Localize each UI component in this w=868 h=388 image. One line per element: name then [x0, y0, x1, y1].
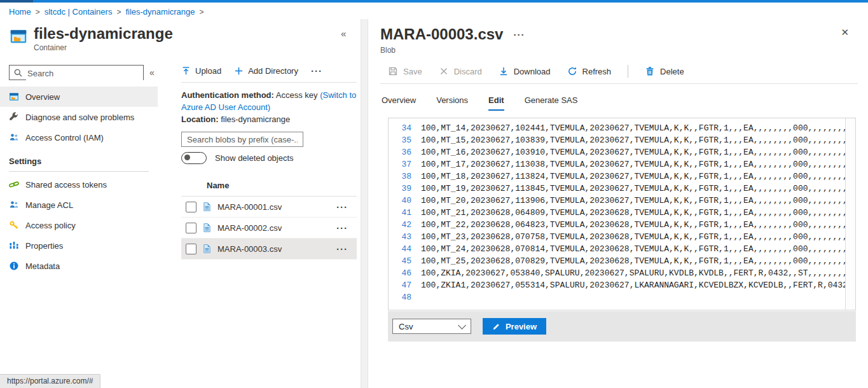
editor-scrollbar[interactable] — [845, 118, 855, 310]
show-deleted-row: Show deleted objects — [181, 152, 357, 164]
sidebar-item-access-policy[interactable]: Access policy — [0, 215, 158, 235]
format-select[interactable]: Csv — [392, 319, 471, 334]
download-button[interactable]: Download — [499, 66, 551, 76]
trash-icon — [645, 66, 655, 76]
chevron-right-icon: > — [31, 8, 45, 17]
tab-overview[interactable]: Overview — [382, 95, 416, 111]
show-deleted-toggle[interactable] — [181, 152, 207, 164]
refresh-button[interactable]: Refresh — [567, 66, 612, 76]
editor-line[interactable]: 35 100,MT_15,20230627,103839,TVEMULA,202… — [389, 134, 855, 146]
file-name: MARA-00003.csv — [217, 244, 331, 254]
line-number: 44 — [389, 243, 421, 255]
editor-line[interactable]: 47 100,ZKIA1,20230627,055314,SPALURU,202… — [389, 279, 855, 291]
blob-prefix-search-input[interactable] — [181, 132, 303, 147]
sidebar-item-label: Diagnose and solve problems — [25, 113, 134, 122]
collapse-blade-icon[interactable]: « — [341, 28, 346, 39]
breadcrumb-home[interactable]: Home — [9, 7, 31, 17]
tab-versions[interactable]: Versions — [436, 95, 468, 111]
editor-line[interactable]: 45 100,MT_25,20230628,070829,TVEMULA,202… — [389, 255, 855, 267]
line-text: 100,MT_23,20230628,070758,TVEMULA,202306… — [421, 231, 853, 243]
close-icon[interactable]: ✕ — [841, 27, 849, 38]
line-text: 100,MT_24,20230628,070814,TVEMULA,202306… — [421, 243, 853, 255]
editor-lines: 34 100,MT_14,20230627,102441,TVEMULA,202… — [389, 118, 855, 303]
file-checkbox[interactable] — [186, 244, 196, 254]
file-checkbox[interactable] — [186, 223, 196, 233]
file-row[interactable]: MARA-00002.csv — [181, 218, 357, 239]
delete-label: Delete — [660, 67, 684, 76]
upload-icon — [181, 66, 191, 76]
editor-line[interactable]: 48 — [389, 291, 855, 303]
line-number: 37 — [389, 158, 421, 170]
show-deleted-label: Show deleted objects — [215, 153, 294, 163]
editor-line[interactable]: 36 100,MT_16,20230627,103910,TVEMULA,202… — [389, 146, 855, 158]
line-text: 100,MT_16,20230627,103910,TVEMULA,202306… — [421, 146, 853, 158]
more-icon[interactable] — [311, 66, 322, 76]
people-icon — [9, 200, 19, 210]
editor-line[interactable]: 43 100,MT_23,20230628,070758,TVEMULA,202… — [389, 231, 855, 243]
line-number: 38 — [389, 170, 421, 183]
editor-line[interactable]: 46 100,ZKIA,20230627,053840,SPALURU,2023… — [389, 267, 855, 279]
chevron-right-icon: > — [195, 8, 209, 17]
sidebar-item-label: Metadata — [25, 261, 60, 271]
save-button[interactable]: Save — [388, 66, 422, 76]
tab-edit[interactable]: Edit — [488, 95, 504, 111]
editor-line[interactable]: 44 100,MT_24,20230628,070814,TVEMULA,202… — [389, 243, 855, 255]
divider — [181, 82, 357, 83]
line-text: 100,MT_20,20230627,113906,TVEMULA,202306… — [421, 195, 853, 207]
editor-line[interactable]: 37 100,MT_17,20230627,113038,TVEMULA,202… — [389, 158, 855, 170]
blob-toolbar: Save Discard Download Refresh Delete — [388, 62, 684, 80]
discard-label: Discard — [454, 67, 482, 76]
sidebar-item-access-control[interactable]: Access Control (IAM) — [0, 127, 158, 148]
file-checkbox[interactable] — [186, 202, 196, 212]
breadcrumb-containers[interactable]: sltcdc | Containers — [45, 7, 113, 17]
close-icon — [439, 66, 449, 76]
breadcrumb-container-name[interactable]: files-dynamicrange — [125, 7, 195, 17]
line-text: 100,MT_21,20230628,064809,TVEMULA,202306… — [421, 207, 853, 219]
download-icon — [499, 66, 509, 76]
file-row[interactable]: MARA-00003.csv — [181, 239, 357, 260]
preview-button[interactable]: Preview — [483, 318, 546, 335]
file-icon — [202, 244, 212, 254]
line-number: 48 — [389, 291, 421, 303]
sidebar-item-label: Access policy — [25, 221, 76, 230]
refresh-icon — [567, 66, 577, 76]
line-number: 36 — [389, 146, 421, 158]
collapse-menu-icon[interactable]: « — [149, 67, 155, 78]
sidebar-search-input[interactable] — [26, 66, 143, 80]
sidebar-item-overview[interactable]: Overview — [0, 87, 158, 107]
line-number: 42 — [389, 219, 421, 231]
add-directory-button[interactable]: Add Directory — [234, 66, 298, 76]
editor-line[interactable]: 38 100,MT_18,20230627,113824,TVEMULA,202… — [389, 170, 855, 183]
line-number: 43 — [389, 231, 421, 243]
sidebar-item-metadata[interactable]: Metadata — [0, 256, 158, 276]
sidebar-item-shared-access-tokens[interactable]: Shared access tokens — [0, 174, 158, 195]
file-row[interactable]: MARA-00001.csv — [181, 197, 357, 218]
file-name: MARA-00002.csv — [217, 223, 331, 233]
discard-button[interactable]: Discard — [439, 66, 482, 76]
sidebar-item-label: Access Control (IAM) — [25, 133, 104, 142]
editor-line[interactable]: 41 100,MT_21,20230628,064809,TVEMULA,202… — [389, 207, 855, 219]
more-icon[interactable] — [336, 202, 348, 212]
preview-label: Preview — [506, 322, 537, 331]
csv-editor[interactable]: 34 100,MT_14,20230627,102441,TVEMULA,202… — [388, 118, 856, 310]
line-number: 39 — [389, 183, 421, 195]
upload-button[interactable]: Upload — [181, 66, 221, 76]
delete-button[interactable]: Delete — [645, 66, 684, 76]
search-icon — [13, 68, 23, 78]
sidebar-item-properties[interactable]: Properties — [0, 235, 158, 256]
sidebar-item-manage-acl[interactable]: Manage ACL — [0, 195, 158, 215]
blade-gutter — [361, 19, 368, 388]
tab-generate-sas[interactable]: Generate SAS — [525, 95, 578, 111]
editor-line[interactable]: 34 100,MT_14,20230627,102441,TVEMULA,202… — [389, 122, 855, 134]
more-icon[interactable] — [336, 244, 348, 254]
blob-subtitle: Blob — [380, 46, 396, 55]
more-icon[interactable] — [336, 223, 348, 233]
file-icon — [202, 202, 212, 212]
sidebar-search[interactable] — [9, 65, 144, 80]
editor-line[interactable]: 42 100,MT_22,20230628,064823,TVEMULA,202… — [389, 219, 855, 231]
editor-line[interactable]: 40 100,MT_20,20230627,113906,TVEMULA,202… — [389, 195, 855, 207]
sidebar-item-diagnose[interactable]: Diagnose and solve problems — [0, 107, 158, 127]
divider — [628, 65, 628, 78]
more-icon[interactable] — [513, 29, 525, 40]
editor-line[interactable]: 39 100,MT_19,20230627,113845,TVEMULA,202… — [389, 183, 855, 195]
